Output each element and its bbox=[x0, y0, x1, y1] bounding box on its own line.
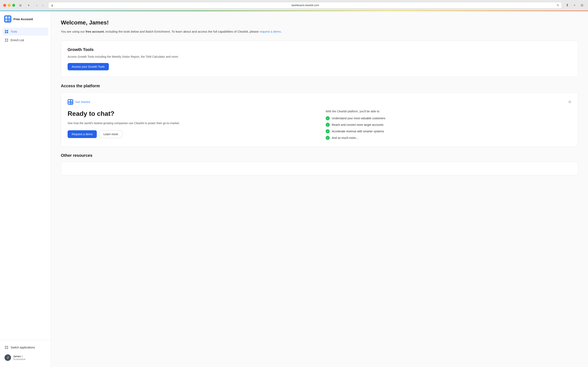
svg-rect-8 bbox=[7, 32, 8, 33]
user-info: James ▾ Screenlane bbox=[13, 355, 26, 361]
enrich-list-icon bbox=[4, 38, 9, 42]
list-item: ✓ Accelerate revenue with smarter system… bbox=[326, 129, 571, 133]
tabs-icon[interactable]: ⧉ bbox=[579, 2, 585, 8]
feature-1: Understand your most valuable customers bbox=[332, 117, 385, 120]
platform-actions: Request a demo Learn more bbox=[68, 130, 313, 138]
platform-card-left: Ready to chat? See how the world's faste… bbox=[68, 110, 313, 140]
page-description: You are using our free account, includin… bbox=[61, 29, 578, 34]
app-layout: Free Account Tools bbox=[0, 11, 588, 367]
browser-actions: ⬆ ＋ ⧉ bbox=[564, 2, 585, 8]
main-content: Welcome, James! You are using our free a… bbox=[51, 11, 588, 367]
user-org: Screenlane bbox=[13, 358, 26, 361]
svg-rect-20 bbox=[68, 102, 70, 104]
page-title: Welcome, James! bbox=[61, 19, 578, 26]
svg-rect-19 bbox=[71, 100, 72, 101]
sidebar-tools-label: Tools bbox=[11, 30, 17, 33]
platform-logo-area: Get Started bbox=[68, 99, 90, 105]
svg-rect-17 bbox=[68, 99, 73, 105]
svg-rect-10 bbox=[7, 39, 8, 40]
gear-icon[interactable]: ⚙ bbox=[568, 100, 571, 104]
lock-icon: 🔒 bbox=[51, 4, 54, 7]
platform-features-list: ✓ Understand your most valuable customer… bbox=[326, 116, 571, 140]
growth-tools-description: Access Growth Tools including the Weekly… bbox=[68, 54, 571, 59]
sidebar-item-tools[interactable]: Tools bbox=[2, 27, 48, 36]
svg-rect-18 bbox=[68, 100, 70, 101]
platform-card-header: Get Started ⚙ bbox=[68, 99, 571, 105]
svg-rect-5 bbox=[5, 30, 6, 31]
list-item: ✓ Understand your most valuable customer… bbox=[326, 116, 571, 120]
svg-rect-15 bbox=[5, 348, 6, 349]
close-button[interactable] bbox=[3, 4, 6, 7]
forward-button[interactable]: › bbox=[40, 2, 46, 8]
address-bar[interactable]: 🔒 dashboard.clearbit.com ↻ bbox=[48, 2, 562, 8]
user-profile-button[interactable]: J James ▾ Screenlane bbox=[2, 352, 48, 363]
url-text: dashboard.clearbit.com bbox=[55, 4, 555, 7]
sidebar: Free Account Tools bbox=[0, 11, 51, 367]
avatar: J bbox=[4, 354, 11, 361]
tools-icon bbox=[4, 30, 9, 34]
sidebar-bottom: Switch applications J James ▾ Screenlane bbox=[0, 340, 51, 363]
platform-card-right: With the Clearbit platform, you'll be ab… bbox=[326, 110, 571, 140]
learn-more-button[interactable]: Learn more bbox=[99, 130, 122, 138]
platform-card: Get Started ⚙ Ready to chat? See how the… bbox=[61, 92, 578, 147]
svg-rect-13 bbox=[5, 346, 6, 347]
sidebar-account-name: Free Account bbox=[13, 17, 33, 21]
platform-list-heading: With the Clearbit platform, you'll be ab… bbox=[326, 110, 571, 113]
clearbit-platform-logo bbox=[68, 99, 73, 105]
check-icon-3: ✓ bbox=[326, 129, 330, 133]
access-growth-tools-button[interactable]: Access your Growth Tools bbox=[68, 63, 109, 70]
check-icon-2: ✓ bbox=[326, 123, 330, 127]
other-resources-card bbox=[61, 162, 578, 175]
feature-4: And so much more... bbox=[332, 136, 358, 140]
svg-rect-9 bbox=[5, 39, 6, 40]
svg-rect-16 bbox=[7, 348, 8, 349]
minimize-button[interactable] bbox=[8, 4, 11, 7]
user-name: James ▾ bbox=[13, 355, 26, 358]
svg-rect-2 bbox=[8, 17, 10, 18]
svg-rect-14 bbox=[7, 346, 8, 347]
svg-rect-21 bbox=[71, 102, 72, 104]
feature-3: Accelerate revenue with smarter systems bbox=[332, 130, 384, 133]
check-icon-4: ✓ bbox=[326, 136, 330, 140]
list-item: ✓ And so much more... bbox=[326, 136, 571, 140]
chat-subtext: See how the world's fastest-growing comp… bbox=[68, 121, 313, 125]
sidebar-logo-area: Free Account bbox=[0, 15, 51, 27]
svg-rect-6 bbox=[7, 30, 8, 31]
traffic-lights bbox=[3, 4, 15, 7]
sidebar-toggle-button[interactable]: ⊞ bbox=[17, 2, 23, 8]
other-resources-heading: Other resources bbox=[61, 153, 578, 158]
request-demo-link[interactable]: request a demo bbox=[259, 30, 281, 33]
svg-rect-3 bbox=[5, 19, 7, 21]
svg-rect-4 bbox=[8, 19, 10, 21]
svg-rect-7 bbox=[5, 32, 6, 33]
new-tab-icon[interactable]: ＋ bbox=[572, 2, 577, 8]
svg-rect-12 bbox=[7, 40, 8, 42]
platform-card-body: Ready to chat? See how the world's faste… bbox=[68, 110, 571, 140]
browser-chrome: ⊞ ▾ ‹ › 🔒 dashboard.clearbit.com ↻ ⬆ ＋ ⧉ bbox=[0, 0, 588, 11]
svg-rect-11 bbox=[5, 40, 6, 42]
clearbit-logo bbox=[4, 15, 11, 23]
share-icon[interactable]: ⬆ bbox=[564, 2, 570, 8]
sidebar-item-enrich-list[interactable]: Enrich List bbox=[2, 36, 48, 44]
fullscreen-button[interactable] bbox=[12, 4, 15, 7]
request-demo-button[interactable]: Request a demo bbox=[68, 130, 97, 138]
back-button[interactable]: ‹ bbox=[34, 2, 40, 8]
switch-applications-button[interactable]: Switch applications bbox=[2, 343, 48, 351]
growth-tools-card: Growth Tools Access Growth Tools includi… bbox=[61, 41, 578, 77]
check-icon-1: ✓ bbox=[326, 116, 330, 120]
list-item: ✓ Reach and convert more target accounts bbox=[326, 123, 571, 127]
growth-tools-title: Growth Tools bbox=[68, 47, 571, 52]
access-platform-heading: Access the platform bbox=[61, 83, 578, 88]
sidebar-nav: Tools Enrich List bbox=[0, 27, 51, 340]
switch-apps-label: Switch applications bbox=[11, 346, 35, 349]
sidebar-enrich-label: Enrich List bbox=[11, 39, 24, 42]
switch-apps-icon bbox=[4, 345, 9, 350]
feature-2: Reach and convert more target accounts bbox=[332, 123, 383, 126]
chevron-down-icon: ▾ bbox=[22, 355, 23, 358]
chat-headline: Ready to chat? bbox=[68, 110, 313, 117]
svg-rect-0 bbox=[4, 15, 11, 23]
svg-rect-1 bbox=[5, 17, 7, 18]
get-started-label: Get Started bbox=[75, 100, 90, 104]
reload-icon[interactable]: ↻ bbox=[557, 4, 559, 7]
chevron-down-button[interactable]: ▾ bbox=[26, 2, 31, 8]
